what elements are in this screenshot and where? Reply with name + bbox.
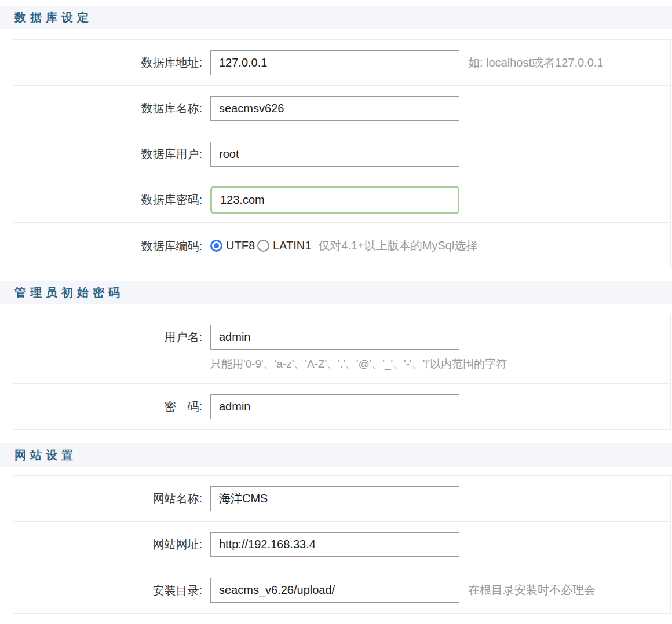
db-user-label: 数据库用户:	[13, 147, 202, 161]
section-header-admin: 管理员初始密码	[0, 281, 672, 304]
install-dir-hint: 在根目录安装时不必理会	[468, 582, 596, 598]
radio-dot-icon	[214, 243, 219, 248]
utf8-radio-label[interactable]: UTF8	[226, 239, 255, 252]
admin-password-label: 密 码:	[13, 399, 202, 413]
site-settings-panel: 网站名称: 网站网址: 安装目录: 在根目录安装时不必理会	[13, 475, 671, 614]
install-dir-row: 安装目录: 在根目录安装时不必理会	[13, 567, 670, 613]
db-user-input[interactable]	[210, 142, 459, 167]
db-password-row: 数据库密码:	[13, 177, 670, 223]
db-charset-label: 数据库编码:	[13, 239, 202, 253]
install-dir-input[interactable]	[210, 578, 459, 603]
admin-username-hint: 只能用'0-9'、'a-z'、'A-Z'、'.'、'@'、'_'、'-'、'!'…	[210, 357, 507, 372]
section-title: 管理员初始密码	[14, 285, 124, 300]
admin-password-panel: 用户名: 只能用'0-9'、'a-z'、'A-Z'、'.'、'@'、'_'、'-…	[13, 314, 671, 430]
db-password-input[interactable]	[210, 186, 459, 214]
admin-username-label: 用户名:	[13, 325, 202, 350]
install-dir-label: 安装目录:	[13, 583, 202, 597]
db-host-label: 数据库地址:	[13, 56, 202, 69]
db-host-hint: 如: localhost或者127.0.0.1	[468, 55, 603, 71]
db-charset-hint: 仅对4.1+以上版本的MySql选择	[318, 238, 477, 254]
site-name-label: 网站名称:	[13, 491, 202, 505]
db-name-label: 数据库名称:	[13, 101, 202, 115]
db-name-row: 数据库名称:	[13, 86, 670, 131]
section-title: 网站设置	[14, 447, 77, 463]
site-url-input[interactable]	[210, 532, 459, 557]
admin-username-input[interactable]	[210, 325, 459, 350]
db-user-row: 数据库用户:	[13, 131, 670, 177]
site-name-input[interactable]	[210, 486, 459, 511]
site-url-label: 网站网址:	[13, 537, 202, 551]
latin1-radio[interactable]	[257, 240, 269, 252]
db-password-label: 数据库密码:	[13, 193, 202, 207]
admin-username-row: 用户名: 只能用'0-9'、'a-z'、'A-Z'、'.'、'@'、'_'、'-…	[13, 314, 670, 384]
section-header-site: 网站设置	[0, 443, 672, 467]
site-name-row: 网站名称:	[13, 476, 670, 522]
section-title: 数据库设定	[14, 10, 93, 25]
database-settings-panel: 数据库地址: 如: localhost或者127.0.0.1 数据库名称: 数据…	[13, 39, 671, 269]
admin-password-row: 密 码:	[13, 384, 670, 429]
admin-password-input[interactable]	[210, 394, 459, 419]
latin1-radio-label[interactable]: LATIN1	[273, 239, 311, 252]
utf8-radio[interactable]	[210, 240, 222, 252]
section-header-database: 数据库设定	[0, 6, 672, 29]
db-charset-radio-group: UTF8 LATIN1 仅对4.1+以上版本的MySql选择	[210, 238, 477, 254]
db-name-input[interactable]	[210, 96, 459, 121]
db-host-input[interactable]	[210, 50, 459, 75]
db-host-row: 数据库地址: 如: localhost或者127.0.0.1	[13, 40, 670, 86]
site-url-row: 网站网址:	[13, 522, 670, 567]
db-charset-row: 数据库编码: UTF8 LATIN1 仅对4.1+以上版本的MySql选择	[13, 223, 670, 269]
